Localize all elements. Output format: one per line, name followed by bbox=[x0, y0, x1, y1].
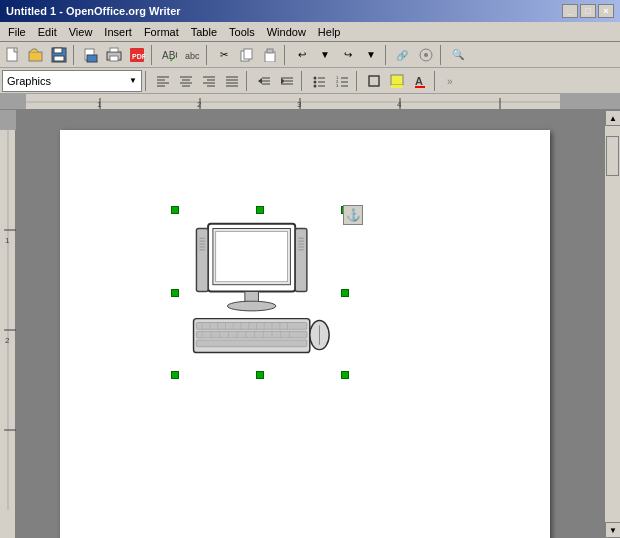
borders-button[interactable] bbox=[363, 70, 385, 92]
svg-text:✓: ✓ bbox=[169, 55, 176, 63]
zoom-button[interactable]: 🔍 bbox=[447, 44, 469, 66]
menu-tools[interactable]: Tools bbox=[223, 24, 261, 40]
paragraph-style-arrow: ▼ bbox=[129, 76, 137, 85]
svg-marker-38 bbox=[258, 78, 262, 84]
export-pdf-button[interactable]: PDF bbox=[126, 44, 148, 66]
autocorrect-button[interactable]: abc bbox=[181, 44, 203, 66]
title-buttons: _ □ × bbox=[562, 4, 614, 18]
svg-rect-1 bbox=[29, 52, 42, 61]
more-button[interactable]: » bbox=[441, 70, 463, 92]
scroll-down-button[interactable]: ▼ bbox=[605, 522, 620, 538]
paragraph-style-dropdown[interactable]: Graphics ▼ bbox=[2, 70, 142, 92]
undo-dropdown-button[interactable]: ▼ bbox=[314, 44, 336, 66]
format-separator-3 bbox=[301, 71, 305, 91]
open-button[interactable] bbox=[25, 44, 47, 66]
svg-rect-59 bbox=[391, 75, 403, 85]
image-selection[interactable]: ⚓ bbox=[175, 210, 345, 375]
svg-rect-101 bbox=[196, 323, 306, 330]
copy-button[interactable] bbox=[236, 44, 258, 66]
menu-view[interactable]: View bbox=[63, 24, 99, 40]
toolbar-separator-2 bbox=[151, 45, 155, 65]
handle-top-middle[interactable] bbox=[256, 206, 264, 214]
paragraph-style-label: Graphics bbox=[7, 75, 51, 87]
menu-format[interactable]: Format bbox=[138, 24, 185, 40]
new-button[interactable] bbox=[2, 44, 24, 66]
spellcheck-button[interactable]: ABC✓ bbox=[158, 44, 180, 66]
background-color-button[interactable] bbox=[386, 70, 408, 92]
svg-text:2: 2 bbox=[197, 100, 202, 109]
svg-text:4: 4 bbox=[397, 100, 402, 109]
format-separator-1 bbox=[145, 71, 149, 91]
svg-text:3: 3 bbox=[297, 100, 302, 109]
menu-file[interactable]: File bbox=[2, 24, 32, 40]
svg-rect-58 bbox=[369, 76, 379, 86]
undo-button[interactable]: ↩ bbox=[291, 44, 313, 66]
handle-bottom-middle[interactable] bbox=[256, 371, 264, 379]
redo-button[interactable]: ↪ bbox=[337, 44, 359, 66]
svg-rect-103 bbox=[196, 340, 306, 347]
toolbar-formatting: Graphics ▼ 1.2.3. A » bbox=[0, 68, 620, 94]
scroll-up-button[interactable]: ▲ bbox=[605, 110, 620, 126]
menu-help[interactable]: Help bbox=[312, 24, 347, 40]
ruler-svg: 1 2 3 4 bbox=[0, 94, 620, 110]
print-preview-button[interactable] bbox=[80, 44, 102, 66]
menu-edit[interactable]: Edit bbox=[32, 24, 63, 40]
svg-rect-62 bbox=[415, 86, 425, 88]
maximize-button[interactable]: □ bbox=[580, 4, 596, 18]
redo-dropdown-button[interactable]: ▼ bbox=[360, 44, 382, 66]
align-center-button[interactable] bbox=[175, 70, 197, 92]
bullets-button[interactable] bbox=[308, 70, 330, 92]
cut-button[interactable]: ✂ bbox=[213, 44, 235, 66]
svg-point-87 bbox=[227, 301, 275, 311]
handle-top-left[interactable] bbox=[171, 206, 179, 214]
svg-text:2: 2 bbox=[5, 336, 10, 345]
svg-marker-42 bbox=[281, 78, 285, 84]
menu-window[interactable]: Window bbox=[261, 24, 312, 40]
svg-rect-85 bbox=[216, 231, 288, 281]
align-right-button[interactable] bbox=[198, 70, 220, 92]
svg-rect-102 bbox=[196, 331, 306, 338]
horizontal-ruler: 1 2 3 4 bbox=[0, 94, 620, 110]
svg-rect-18 bbox=[267, 49, 273, 53]
numbering-button[interactable]: 1.2.3. bbox=[331, 70, 353, 92]
svg-text:»: » bbox=[447, 76, 453, 87]
align-left-button[interactable] bbox=[152, 70, 174, 92]
svg-text:PDF: PDF bbox=[132, 53, 145, 60]
svg-point-21 bbox=[424, 53, 428, 57]
indent-increase-button[interactable] bbox=[276, 70, 298, 92]
handle-middle-right[interactable] bbox=[341, 289, 349, 297]
scroll-thumb-v[interactable] bbox=[606, 136, 619, 176]
vertical-ruler-svg: 1 2 bbox=[0, 110, 16, 530]
svg-rect-9 bbox=[110, 48, 118, 52]
svg-rect-8 bbox=[110, 56, 118, 61]
handle-middle-left[interactable] bbox=[171, 289, 179, 297]
toolbar-separator-4 bbox=[284, 45, 288, 65]
indent-decrease-button[interactable] bbox=[253, 70, 275, 92]
menu-table[interactable]: Table bbox=[185, 24, 223, 40]
svg-rect-16 bbox=[244, 49, 252, 59]
handle-bottom-right[interactable] bbox=[341, 371, 349, 379]
navigator-button[interactable] bbox=[415, 44, 437, 66]
vertical-ruler: 1 2 bbox=[0, 110, 16, 538]
svg-rect-60 bbox=[391, 85, 403, 88]
font-color-button[interactable]: A bbox=[409, 70, 431, 92]
minimize-button[interactable]: _ bbox=[562, 4, 578, 18]
paste-button[interactable] bbox=[259, 44, 281, 66]
title-text: Untitled 1 - OpenOffice.org Writer bbox=[6, 5, 181, 17]
menu-insert[interactable]: Insert bbox=[98, 24, 138, 40]
svg-rect-64 bbox=[0, 94, 26, 110]
svg-text:3.: 3. bbox=[336, 83, 339, 88]
justify-button[interactable] bbox=[221, 70, 243, 92]
hyperlink-button[interactable]: 🔗 bbox=[392, 44, 414, 66]
close-button[interactable]: × bbox=[598, 4, 614, 18]
toolbar-separator-5 bbox=[385, 45, 389, 65]
svg-rect-3 bbox=[54, 48, 62, 53]
svg-text:A: A bbox=[415, 75, 423, 87]
document-area: 1 2 bbox=[0, 110, 620, 538]
handle-bottom-left[interactable] bbox=[171, 371, 179, 379]
anchor-icon: ⚓ bbox=[343, 205, 363, 225]
vertical-scrollbar[interactable]: ▲ ▼ bbox=[604, 110, 620, 538]
svg-text:abc: abc bbox=[185, 51, 200, 61]
save-button[interactable] bbox=[48, 44, 70, 66]
print-button[interactable] bbox=[103, 44, 125, 66]
